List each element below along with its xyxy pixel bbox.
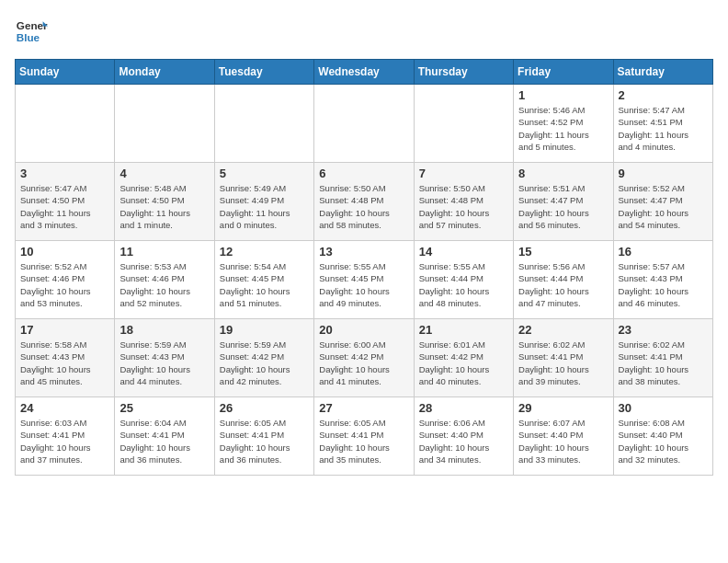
day-info: Sunrise: 6:05 AM Sunset: 4:41 PM Dayligh… [220,417,309,465]
calendar-cell: 10Sunrise: 5:52 AM Sunset: 4:46 PM Dayli… [16,241,115,319]
day-info: Sunrise: 5:52 AM Sunset: 4:46 PM Dayligh… [20,260,109,309]
calendar-cell: 4Sunrise: 5:48 AM Sunset: 4:50 PM Daylig… [115,163,214,241]
day-number: 20 [319,323,408,337]
calendar-cell [414,85,513,163]
day-number: 1 [518,88,608,102]
svg-text:Blue: Blue [17,31,40,43]
col-header-sunday: Sunday [16,60,115,85]
day-number: 13 [319,245,408,259]
day-info: Sunrise: 5:47 AM Sunset: 4:50 PM Dayligh… [20,182,109,231]
day-number: 23 [619,323,708,337]
day-number: 22 [518,323,608,337]
day-info: Sunrise: 5:58 AM Sunset: 4:43 PM Dayligh… [20,339,109,387]
day-info: Sunrise: 5:59 AM Sunset: 4:43 PM Dayligh… [119,339,209,387]
day-info: Sunrise: 5:51 AM Sunset: 4:47 PM Dayligh… [518,182,608,231]
calendar-cell [16,85,115,163]
calendar-cell [115,85,214,163]
day-info: Sunrise: 5:56 AM Sunset: 4:44 PM Dayligh… [518,260,608,309]
calendar-cell: 6Sunrise: 5:50 AM Sunset: 4:48 PM Daylig… [314,163,414,241]
col-header-thursday: Thursday [414,60,513,85]
calendar-cell: 27Sunrise: 6:05 AM Sunset: 4:41 PM Dayli… [314,397,414,476]
day-number: 2 [619,88,708,102]
calendar-cell: 9Sunrise: 5:52 AM Sunset: 4:47 PM Daylig… [613,163,712,241]
calendar-cell: 15Sunrise: 5:56 AM Sunset: 4:44 PM Dayli… [514,241,613,319]
day-info: Sunrise: 5:59 AM Sunset: 4:42 PM Dayligh… [220,339,309,387]
day-number: 10 [20,245,109,259]
calendar-cell: 22Sunrise: 6:02 AM Sunset: 4:41 PM Dayli… [514,319,613,397]
calendar-cell: 2Sunrise: 5:47 AM Sunset: 4:51 PM Daylig… [613,85,712,163]
day-number: 15 [518,245,608,259]
calendar-cell: 13Sunrise: 5:55 AM Sunset: 4:45 PM Dayli… [314,241,414,319]
calendar-table: SundayMondayTuesdayWednesdayThursdayFrid… [15,59,713,476]
calendar-cell: 21Sunrise: 6:01 AM Sunset: 4:42 PM Dayli… [414,319,513,397]
logo: General Blue [15,15,48,48]
calendar-cell: 20Sunrise: 6:00 AM Sunset: 4:42 PM Dayli… [314,319,414,397]
day-info: Sunrise: 6:00 AM Sunset: 4:42 PM Dayligh… [319,339,408,387]
day-number: 12 [220,245,309,259]
col-header-wednesday: Wednesday [314,60,414,85]
day-info: Sunrise: 6:06 AM Sunset: 4:40 PM Dayligh… [419,417,508,465]
calendar-cell: 17Sunrise: 5:58 AM Sunset: 4:43 PM Dayli… [16,319,115,397]
day-info: Sunrise: 5:50 AM Sunset: 4:48 PM Dayligh… [419,182,508,231]
day-number: 11 [119,245,209,259]
day-info: Sunrise: 5:57 AM Sunset: 4:43 PM Dayligh… [619,260,708,309]
day-number: 27 [319,401,408,415]
day-info: Sunrise: 5:53 AM Sunset: 4:46 PM Dayligh… [119,260,209,309]
day-number: 8 [518,167,608,180]
day-info: Sunrise: 6:02 AM Sunset: 4:41 PM Dayligh… [619,339,708,387]
calendar-cell: 16Sunrise: 5:57 AM Sunset: 4:43 PM Dayli… [613,241,712,319]
day-number: 5 [220,167,309,180]
day-info: Sunrise: 5:55 AM Sunset: 4:44 PM Dayligh… [419,260,508,309]
calendar-cell: 29Sunrise: 6:07 AM Sunset: 4:40 PM Dayli… [514,397,613,476]
day-info: Sunrise: 5:52 AM Sunset: 4:47 PM Dayligh… [619,182,708,231]
col-header-friday: Friday [514,60,613,85]
day-info: Sunrise: 6:03 AM Sunset: 4:41 PM Dayligh… [20,417,109,465]
day-info: Sunrise: 5:47 AM Sunset: 4:51 PM Dayligh… [619,104,708,153]
day-number: 28 [419,401,508,415]
day-info: Sunrise: 5:55 AM Sunset: 4:45 PM Dayligh… [319,260,408,309]
day-number: 21 [419,323,508,337]
day-number: 25 [119,401,209,415]
day-info: Sunrise: 5:49 AM Sunset: 4:49 PM Dayligh… [220,182,309,231]
calendar-cell: 18Sunrise: 5:59 AM Sunset: 4:43 PM Dayli… [115,319,214,397]
day-number: 24 [20,401,109,415]
day-number: 29 [518,401,608,415]
calendar-cell: 12Sunrise: 5:54 AM Sunset: 4:45 PM Dayli… [214,241,313,319]
day-info: Sunrise: 6:01 AM Sunset: 4:42 PM Dayligh… [419,339,508,387]
day-info: Sunrise: 5:46 AM Sunset: 4:52 PM Dayligh… [518,104,608,153]
day-info: Sunrise: 5:48 AM Sunset: 4:50 PM Dayligh… [119,182,209,231]
col-header-tuesday: Tuesday [214,60,313,85]
calendar-cell: 25Sunrise: 6:04 AM Sunset: 4:41 PM Dayli… [115,397,214,476]
day-info: Sunrise: 6:07 AM Sunset: 4:40 PM Dayligh… [518,417,608,465]
day-info: Sunrise: 5:54 AM Sunset: 4:45 PM Dayligh… [220,260,309,309]
day-number: 30 [619,401,708,415]
calendar-cell: 24Sunrise: 6:03 AM Sunset: 4:41 PM Dayli… [16,397,115,476]
day-number: 6 [319,167,408,180]
col-header-saturday: Saturday [613,60,712,85]
calendar-cell [214,85,313,163]
calendar-cell: 19Sunrise: 5:59 AM Sunset: 4:42 PM Dayli… [214,319,313,397]
calendar-cell: 7Sunrise: 5:50 AM Sunset: 4:48 PM Daylig… [414,163,513,241]
calendar-cell: 26Sunrise: 6:05 AM Sunset: 4:41 PM Dayli… [214,397,313,476]
day-number: 17 [20,323,109,337]
page-header: General Blue [15,15,713,48]
calendar-cell: 5Sunrise: 5:49 AM Sunset: 4:49 PM Daylig… [214,163,313,241]
calendar-cell: 11Sunrise: 5:53 AM Sunset: 4:46 PM Dayli… [115,241,214,319]
day-number: 7 [419,167,508,180]
day-number: 9 [619,167,708,180]
calendar-cell [314,85,414,163]
col-header-monday: Monday [115,60,214,85]
calendar-cell: 30Sunrise: 6:08 AM Sunset: 4:40 PM Dayli… [613,397,712,476]
calendar-cell: 28Sunrise: 6:06 AM Sunset: 4:40 PM Dayli… [414,397,513,476]
day-info: Sunrise: 5:50 AM Sunset: 4:48 PM Dayligh… [319,182,408,231]
day-number: 16 [619,245,708,259]
day-number: 18 [119,323,209,337]
day-number: 26 [220,401,309,415]
calendar-cell: 3Sunrise: 5:47 AM Sunset: 4:50 PM Daylig… [16,163,115,241]
day-info: Sunrise: 6:02 AM Sunset: 4:41 PM Dayligh… [518,339,608,387]
calendar-cell: 8Sunrise: 5:51 AM Sunset: 4:47 PM Daylig… [514,163,613,241]
day-number: 14 [419,245,508,259]
day-number: 19 [220,323,309,337]
day-number: 4 [119,167,209,180]
day-info: Sunrise: 6:04 AM Sunset: 4:41 PM Dayligh… [119,417,209,465]
